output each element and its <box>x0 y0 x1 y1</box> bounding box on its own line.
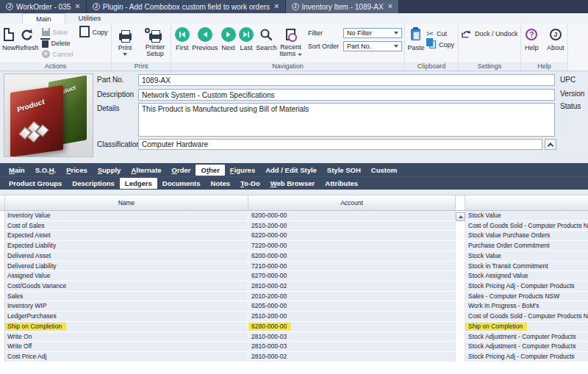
table-row[interactable]: Expected Liability7220-000-00Purchase Or… <box>0 241 588 251</box>
page-tab-main[interactable]: Main <box>4 165 30 176</box>
ribbon-tab-main[interactable]: Main <box>22 13 65 24</box>
table-row[interactable]: Inventory WIP6205-000-00Work In Progress… <box>0 301 588 312</box>
close-icon[interactable] <box>388 3 392 10</box>
cell-description: Stock Adjustment - Computer Products <box>465 342 588 352</box>
printer-icon <box>119 33 132 40</box>
ribbon-tab-utilities[interactable]: Utilities <box>65 13 115 24</box>
sub-tab-documents[interactable]: Documents <box>157 178 206 189</box>
cancel-button[interactable]: Cancel <box>42 48 74 60</box>
column-header-name[interactable]: Name <box>5 195 248 210</box>
next-button[interactable]: Next <box>219 25 237 51</box>
cell-name: Inventory WIP <box>5 301 248 312</box>
classification-field[interactable]: Computer Hardware <box>138 139 542 150</box>
new-button[interactable]: New <box>2 25 15 51</box>
scrollbar-track-cell <box>455 301 465 312</box>
row-selector-cell <box>0 312 5 322</box>
last-button[interactable]: Last <box>237 25 255 51</box>
dock-undock-button[interactable]: Dock / Undock <box>461 28 518 39</box>
page-tab-add-edit-style[interactable]: Add / Edit Style <box>260 165 322 176</box>
sub-tab-product-groups[interactable]: Product Groups <box>4 178 67 189</box>
print-button[interactable]: Print <box>114 25 136 56</box>
scroll-up-button[interactable] <box>456 212 465 221</box>
table-row[interactable]: Cost/Goods Variance2810-000-02Stock Pric… <box>0 281 588 292</box>
doc-tab-inventory-item[interactable]: Inventory Item - 1089-AX <box>286 0 400 13</box>
table-row[interactable]: Delivered Liability7210-000-00Stock in T… <box>0 262 588 272</box>
page-tab-alternate[interactable]: Alternate <box>126 165 166 176</box>
collapse-header-button[interactable] <box>545 139 556 150</box>
jiwa-logo-icon <box>6 3 13 10</box>
table-row[interactable]: Cost of Sales2510-200-00Cost of Goods So… <box>0 221 588 231</box>
page-tab-figures[interactable]: Figures <box>225 165 260 176</box>
row-selector-cell <box>0 342 5 352</box>
recent-items-button[interactable]: Recent Items <box>278 25 304 57</box>
part-no-field[interactable]: 1089-AX <box>138 74 555 86</box>
details-field[interactable]: This Product is Manufactured using Bill … <box>138 103 555 137</box>
ribbon-group-help: Help About Help <box>521 24 568 71</box>
paste-button[interactable]: Paste <box>407 25 425 51</box>
scrollbar-track-cell <box>455 281 465 292</box>
cell-account: 6280-000-00 <box>248 322 455 332</box>
sub-tab-notes[interactable]: Notes <box>206 178 235 189</box>
close-icon[interactable] <box>274 3 279 10</box>
sub-tab-attributes[interactable]: Attributes <box>320 178 363 189</box>
sub-tab-web-browser[interactable]: Web Browser <box>265 178 320 189</box>
cell-name: Cost of Sales <box>5 221 248 231</box>
sort-order-select[interactable]: Part No. <box>343 41 402 51</box>
row-selector-cell <box>0 352 5 362</box>
previous-button[interactable]: Previous <box>191 25 219 51</box>
scrollbar-track-cell <box>455 322 465 332</box>
copy-pages-icon <box>429 40 436 48</box>
close-icon[interactable] <box>75 3 79 10</box>
cell-account: 2510-200-00 <box>248 312 455 322</box>
filter-select[interactable]: No Filter <box>343 28 402 38</box>
save-button[interactable]: Save <box>42 26 74 37</box>
table-row[interactable]: Write Off2810-000-03Stock Adjustment - C… <box>0 342 588 352</box>
page-tab-s-o-h[interactable]: S.O.H. <box>30 165 62 176</box>
page-tab-style-soh[interactable]: Style SOH <box>322 165 366 176</box>
copy-clipboard-button[interactable]: Copy <box>426 39 454 50</box>
table-row[interactable]: Sales2010-200-00Sales - Computer Product… <box>0 292 588 302</box>
grid-spacer <box>0 190 588 195</box>
gear-icon <box>145 28 150 33</box>
help-button[interactable]: Help <box>523 25 540 51</box>
table-row[interactable]: Cost Price Adj2810-000-02Stock Pricing A… <box>0 352 588 362</box>
page-tab-custom[interactable]: Custom <box>366 165 402 176</box>
table-row[interactable]: LedgerPurchases2510-200-00Cost of Goods … <box>0 312 588 322</box>
table-row[interactable]: Expected Asset6220-000-00Stock Value Pur… <box>0 231 588 241</box>
page-tab-order[interactable]: Order <box>167 165 196 176</box>
details-label: Details <box>97 104 120 112</box>
refresh-button[interactable]: Refresh <box>15 25 39 51</box>
save-icon <box>42 28 50 36</box>
copy-button[interactable]: Copy <box>79 26 108 37</box>
page-tab-prices[interactable]: Prices <box>61 165 93 176</box>
group-label-print: Print <box>112 61 171 71</box>
delete-button[interactable]: Delete <box>42 37 74 48</box>
doc-tab-plugin[interactable]: Plugin - Add Combobox custom field to wo… <box>87 0 286 13</box>
column-header-account[interactable]: Account <box>248 195 455 210</box>
doc-tab-workorder[interactable]: WorkOrder - 035 <box>0 0 87 13</box>
grid-rows: Inventory Value6200-000-00Stock ValueCos… <box>0 211 588 362</box>
table-row[interactable]: Write On2810-000-03Stock Adjustment - Co… <box>0 332 588 342</box>
ribbon-group-clipboard: Paste Cut Copy Clipboard <box>405 24 459 71</box>
first-button[interactable]: First <box>173 25 191 51</box>
table-row[interactable]: Assigned Value6270-000-00Stock Assigned … <box>0 271 588 281</box>
printer-setup-button[interactable]: Printer Setup <box>142 25 168 57</box>
page-tab-supply[interactable]: Supply <box>93 165 126 176</box>
group-label-clipboard: Clipboard <box>405 61 458 71</box>
sub-tab-to-do[interactable]: To-Do <box>235 178 265 189</box>
table-row[interactable]: Inventory Value6200-000-00Stock Value <box>0 211 588 221</box>
about-button[interactable]: About <box>546 25 565 51</box>
group-label-navigation: Navigation <box>171 61 404 71</box>
cut-button[interactable]: Cut <box>426 28 454 39</box>
search-button[interactable]: Search <box>255 25 278 51</box>
page-tab-other[interactable]: Other <box>196 165 224 176</box>
description-field[interactable]: Network System - Custom Specifications <box>138 89 555 101</box>
table-row[interactable]: Delivered Asset6200-000-00Stock Value <box>0 251 588 262</box>
scrollbar-track-cell <box>455 352 465 362</box>
sub-tab-ledgers[interactable]: Ledgers <box>120 178 157 189</box>
table-row[interactable]: Ship on Completion6280-000-00Ship on Com… <box>0 322 588 332</box>
previous-record-icon <box>198 27 212 42</box>
classification-label: Classification <box>97 140 140 148</box>
sub-tab-descriptions[interactable]: Descriptions <box>67 178 120 189</box>
application-window: WorkOrder - 035 Plugin - Add Combobox cu… <box>0 0 588 374</box>
